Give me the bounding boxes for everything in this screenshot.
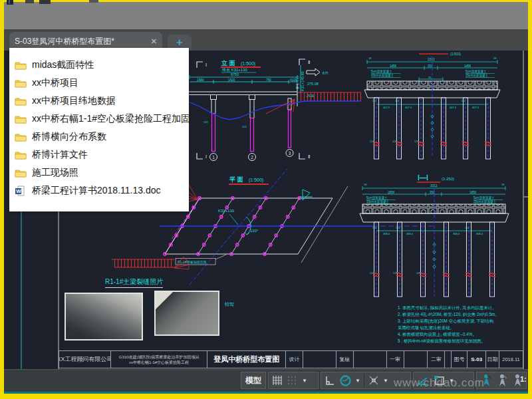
pile-spacing-dim: 407.3 (472, 106, 479, 109)
pile-top-dim: 110 (462, 100, 466, 102)
date-label: 日期 (486, 351, 499, 368)
folder-icon (15, 168, 27, 178)
status-bar: 模型 ▼ ▼ ▼ ▼ 1: (4, 369, 528, 392)
app-window: S-03登凤河中桥桥型布置图* ✕ + (0, 0, 532, 399)
direction-arrow-icon (307, 68, 320, 76)
embankment-hatch (298, 92, 361, 101)
drawing-title: 登凤中桥桥型布置图 (207, 351, 286, 368)
review2-label: 二审 (428, 351, 445, 368)
dim-edge: 18 (501, 183, 505, 186)
section-scale: (1:500) (450, 52, 461, 56)
pile-spacing-dim: 407.3 (383, 106, 390, 109)
polar-tracking-icon[interactable] (339, 374, 352, 387)
section-mark: Ⅰ (205, 63, 207, 67)
file-item-label: 桥博横向分布系数 (32, 131, 106, 143)
file-item-project[interactable]: xx中桥项目 (9, 74, 189, 92)
file-item-weidi-data[interactable]: xx中桥项目纬地数据 (9, 92, 189, 110)
pavement-label: 15cm水泥混凝土 (366, 200, 390, 204)
file-item-label: xx中桥项目纬地数据 (32, 95, 116, 107)
dim-label: 1620 (228, 78, 235, 82)
section-title: Ⅰ—Ⅰ (418, 174, 428, 182)
header-speck (89, 0, 98, 3)
osnap-tracking-icon[interactable] (416, 374, 430, 386)
section-mark: Ⅱ (308, 154, 310, 159)
annotation-visibility-icon[interactable] (479, 373, 492, 388)
lineweight-icon[interactable] (433, 374, 446, 386)
project-line1: G310改建(城区段)病害桥梁处治养护加固项目 (119, 354, 200, 360)
dim-total: 2311 (428, 57, 435, 61)
ground-line (188, 101, 361, 120)
grid-icon[interactable] (271, 374, 283, 386)
header-speck (9, 0, 10, 4)
file-item-label: 桥博计算文件 (32, 149, 88, 161)
project-name: G310改建(城区段)病害桥梁处治养护加固项目 xx中桥右幅1-1#空心板梁抢险… (111, 351, 208, 368)
svg-text:W: W (16, 188, 21, 194)
osnap-dropdown-icon[interactable]: ▼ (383, 378, 388, 384)
company-name: XX工程顾问有限公司 (59, 351, 111, 368)
note-line: 5 . 桥跨中m-n#梁板病害维修加固详见加固图。 (398, 338, 531, 344)
lineweight-dropdown-icon[interactable]: ▼ (449, 378, 454, 384)
pavement-label: 15cm水泥混凝土 (371, 73, 394, 78)
file-item-rescue-project[interactable]: xx中桥右幅1-1#空心板梁抢险工程加固 (9, 110, 189, 128)
snap-dropdown-icon[interactable]: ▼ (302, 378, 307, 384)
level-label: 275.08 (307, 82, 319, 86)
title-block: XX工程顾问有限公司 G310改建(城区段)病害桥梁处治养护加固项目 xx中桥右… (59, 350, 523, 368)
abutment-station: K31+145.65 (301, 71, 305, 91)
dim-label: 1458 (464, 65, 471, 68)
site-photo (154, 291, 219, 336)
section-mark: Ⅱ (308, 60, 310, 65)
file-item-label: 桥梁工程计算书2018.11.13.doc (32, 185, 161, 197)
design-label: 设计 (286, 351, 303, 368)
plan-scale: (1:500) (249, 178, 263, 183)
file-item-distribution[interactable]: 桥博横向分布系数 (9, 128, 189, 146)
tab-close-icon[interactable]: ✕ (151, 37, 157, 46)
pile-spacing-dim: 368.4 (406, 232, 414, 235)
pavement-label: 5cm沥青混凝土 (366, 196, 388, 200)
folder-icon (15, 114, 27, 124)
dim-label: 750 (266, 78, 271, 82)
object-snap-icon[interactable] (368, 374, 380, 386)
dim-label: 1858 (388, 191, 395, 194)
annotation-scale-value[interactable]: 1: (520, 375, 527, 383)
note-line: 1. 本图尺寸标注, 除标高以米计外, 其余均以厘米计。 (398, 305, 531, 311)
autoscale-icon[interactable] (495, 373, 508, 388)
dim-total: 3311 (430, 184, 438, 188)
annotation-group (476, 372, 527, 389)
file-item-calc-doc[interactable]: W 桥梁工程计算书2018.11.13.doc (9, 182, 189, 200)
model-space-button[interactable]: 模型 (241, 372, 266, 389)
pier-number: 3 (289, 151, 291, 156)
tracking-group: ▼ ▼ (321, 372, 411, 389)
pier-number: 2 (251, 155, 253, 160)
pile-note: 120 (370, 271, 374, 275)
file-item-midas[interactable]: midas截面特性 (9, 56, 189, 74)
pile-dia-label: 120 (203, 120, 208, 124)
snap-mode-icon[interactable] (287, 374, 299, 386)
polar-dropdown-icon[interactable]: ▼ (355, 378, 360, 384)
osnap-tracking-group: ▼ (413, 372, 474, 389)
date-value: 2018.11 (499, 351, 523, 368)
dim-edge: 18 (364, 183, 367, 186)
file-item-site-photos[interactable]: 施工现场照 (9, 164, 189, 182)
word-doc-icon: W (15, 186, 27, 196)
file-item-label: midas截面特性 (32, 59, 94, 71)
check-value (354, 351, 387, 368)
dim-edge: 18 (493, 57, 497, 60)
pile-note: 120 (370, 140, 374, 143)
file-item-calc-files[interactable]: 桥博计算文件 (9, 146, 189, 164)
pier-number: 1 (212, 155, 215, 160)
plan-station-label: K31+130 (218, 209, 235, 213)
pile-top-dim: 110 (395, 100, 399, 102)
pavement-label: 15cm水泥混凝土 (466, 73, 489, 78)
pile-note: 120 (392, 140, 397, 143)
note-line: 4. 桥面横坡双向设置上, 横坡坡度--0.4%。 (398, 331, 531, 338)
site-photo (65, 293, 143, 340)
skew-angle-label: 120° (250, 229, 259, 233)
dim-label: 35 (428, 76, 432, 79)
ortho-mode-icon[interactable] (324, 374, 336, 386)
section-i-i-view: Ⅰ—Ⅰ (1:250) 3311 18 18 1858 350 1858 5cm… (360, 174, 509, 297)
pile-dia-label: 120 (242, 125, 247, 128)
header-speck (39, 0, 51, 4)
pile-spacing-dim: 368.4 (476, 232, 483, 235)
photo-side-note: 特写 (225, 301, 234, 308)
elevation-title: 立 面 (221, 60, 235, 66)
